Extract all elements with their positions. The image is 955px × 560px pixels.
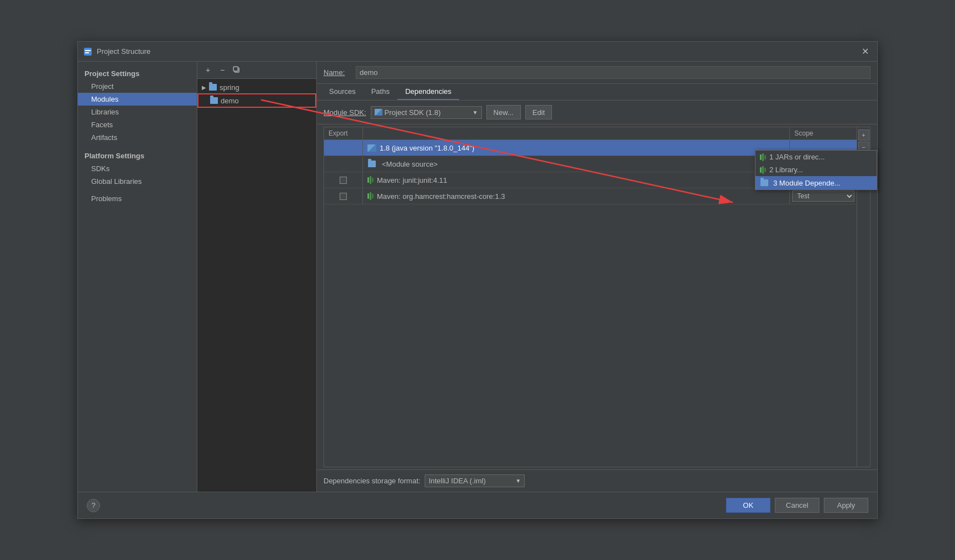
module-dep-icon — [760, 178, 769, 187]
cancel-button[interactable]: Cancel — [775, 498, 819, 513]
tree-toolbar: + − — [197, 62, 316, 79]
sdk-dep-icon — [367, 144, 376, 152]
dep-table-header: Export Scope — [324, 127, 857, 140]
dialog-title: Project Structure — [97, 47, 858, 56]
project-structure-dialog: Project Structure ✕ Project Settings Pro… — [77, 41, 878, 519]
apply-button[interactable]: Apply — [824, 498, 868, 513]
edit-sdk-btn[interactable]: Edit — [525, 105, 552, 119]
tree-item-demo[interactable]: demo — [197, 93, 316, 108]
sidebar-item-modules[interactable]: Modules — [78, 93, 197, 106]
name-row: Name: — [317, 62, 877, 84]
storage-dropdown[interactable]: IntelliJ IDEA (.iml) ▼ — [425, 474, 525, 487]
scope-popup-item-jars[interactable]: 1 JARs or direc... — [755, 151, 877, 163]
storage-row: Dependencies storage format: IntelliJ ID… — [317, 469, 877, 492]
title-bar: Project Structure ✕ — [78, 42, 877, 62]
sidebar-item-artifacts[interactable]: Artifacts — [78, 131, 197, 144]
sdk-dropdown-arrow: ▼ — [472, 109, 478, 116]
col-scope: Scope — [790, 127, 857, 139]
dep-cell-name-hamcrest: Maven: org.hamcrest:hamcrest-core:1.3 — [363, 188, 790, 204]
svg-rect-0 — [84, 48, 92, 56]
ok-button[interactable]: OK — [726, 498, 770, 513]
jars-icon — [760, 153, 766, 161]
maven-icon-junit — [367, 176, 374, 184]
sdk-dropdown[interactable]: Project SDK (1.8) ▼ — [371, 106, 482, 119]
sidebar-item-problems[interactable]: Problems — [78, 192, 197, 205]
dep-cell-export-sdk — [324, 140, 363, 156]
sidebar-divider1 — [78, 144, 197, 148]
dep-row-hamcrest[interactable]: Maven: org.hamcrest:hamcrest-core:1.3 Te… — [324, 188, 857, 204]
library-icon — [760, 166, 766, 174]
scope-popup-item-module-dep[interactable]: 3 Module Depende... — [755, 176, 877, 189]
scope-popup: 1 JARs or direc... 2 Library... — [755, 150, 877, 190]
tab-dependencies[interactable]: Dependencies — [397, 84, 459, 100]
svg-rect-2 — [85, 52, 89, 53]
sidebar-item-project[interactable]: Project — [78, 80, 197, 93]
add-module-btn[interactable]: + — [202, 64, 214, 76]
dep-cell-scope-hamcrest: Test Compile Runtime Provided — [790, 188, 857, 204]
help-button[interactable]: ? — [87, 499, 100, 512]
maven-icon-hamcrest — [367, 192, 374, 200]
sidebar-item-facets[interactable]: Facets — [78, 118, 197, 131]
svg-rect-4 — [233, 67, 238, 71]
name-label: Name: — [324, 68, 351, 77]
tree-item-spring[interactable]: ▶ spring — [197, 81, 316, 93]
dep-cell-name-junit: Maven: junit:junit:4.11 — [363, 172, 790, 188]
name-input[interactable] — [356, 66, 871, 79]
sdk-icon — [375, 109, 382, 116]
dep-cell-name-source: <Module source> — [363, 156, 790, 172]
dep-cell-export-junit — [324, 172, 363, 188]
sidebar-divider2 — [78, 188, 197, 192]
dep-cell-name-sdk: 1.8 (java version "1.8.0_144") — [363, 140, 790, 156]
module-tree: + − ▶ spring — [197, 62, 317, 492]
col-name — [363, 127, 790, 139]
dep-cell-export-hamcrest — [324, 188, 363, 204]
platform-settings-label: Platform Settings — [78, 148, 197, 162]
footer: ? OK Cancel Apply — [78, 492, 877, 518]
main-content: Project Settings Project Modules Librari… — [78, 62, 877, 492]
new-sdk-btn[interactable]: New... — [486, 105, 521, 119]
sidebar-item-libraries[interactable]: Libraries — [78, 106, 197, 118]
tree-items: ▶ spring demo — [197, 79, 316, 492]
sdk-label: Module SDK: — [324, 108, 366, 117]
tab-sources[interactable]: Sources — [321, 84, 364, 100]
storage-dropdown-arrow: ▼ — [515, 478, 521, 484]
add-dep-btn[interactable]: + — [858, 129, 869, 141]
dep-cell-export-source — [324, 156, 363, 172]
sdk-row: Module SDK: Project SDK (1.8) ▼ New... E… — [317, 101, 877, 124]
checkbox-hamcrest[interactable] — [340, 193, 347, 200]
sidebar-item-sdks[interactable]: SDKs — [78, 162, 197, 175]
col-export: Export — [324, 127, 363, 139]
scope-popup-item-library[interactable]: 2 Library... — [755, 163, 877, 176]
app-icon — [83, 47, 92, 56]
storage-label: Dependencies storage format: — [324, 477, 420, 485]
folder-icon-spring — [208, 83, 217, 92]
sidebar: Project Settings Project Modules Librari… — [78, 62, 197, 492]
copy-module-btn[interactable] — [231, 64, 243, 76]
svg-rect-1 — [85, 50, 91, 51]
right-panel: Name: Sources Paths Dependencies Mo — [317, 62, 877, 492]
folder-icon-demo — [210, 96, 218, 105]
sidebar-item-global-libraries[interactable]: Global Libraries — [78, 175, 197, 188]
project-settings-label: Project Settings — [78, 66, 197, 80]
tab-paths[interactable]: Paths — [364, 84, 397, 100]
checkbox-junit[interactable] — [340, 177, 347, 184]
remove-module-btn[interactable]: − — [216, 64, 228, 76]
scope-select-hamcrest[interactable]: Test Compile Runtime Provided — [792, 191, 854, 202]
folder-icon-source — [367, 159, 376, 168]
close-button[interactable]: ✕ — [858, 45, 872, 58]
tabs: Sources Paths Dependencies — [317, 84, 877, 101]
